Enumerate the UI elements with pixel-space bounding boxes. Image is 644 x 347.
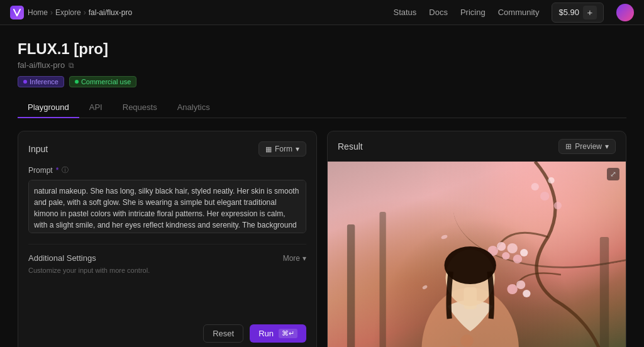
main-layout: Input ▦ Form ▾ Prompt * ⓘ Additional Set… [18,131,626,347]
nav-links: Status Docs Pricing Community [393,8,539,17]
form-button[interactable]: ▦ Form ▾ [258,141,306,157]
more-chevron-icon: ▾ [303,254,306,263]
svg-rect-18 [600,237,609,347]
breadcrumb: Home › Explore › fal-ai/flux-pro [28,8,132,17]
model-tags: Inference Commercial use [18,76,626,87]
result-panel-title: Result [338,141,363,151]
more-button-label: More [283,254,300,263]
breadcrumb-explore[interactable]: Explore [55,8,81,17]
form-icon: ▦ [265,145,272,153]
additional-settings: Additional Settings More ▾ Customize you… [28,244,306,274]
svg-point-0 [488,246,498,256]
topnav-left: Home › Explore › fal-ai/flux-pro [10,6,132,19]
svg-point-3 [507,243,517,253]
svg-point-10 [540,192,549,201]
prompt-label: Prompt * ⓘ [28,165,306,175]
tabs: Playground API Requests Analytics [18,97,626,118]
preview-button-label: Preview [575,142,602,151]
result-panel-header: Result ⊞ Preview ▾ [328,131,626,162]
tag-commercial-label: Commercial use [81,78,131,85]
nav-link-community[interactable]: Community [498,8,540,17]
prompt-textarea[interactable] [28,180,306,233]
result-image: ⤢ [328,162,626,347]
commercial-dot [75,80,79,84]
run-button[interactable]: Run ⌘↵ [250,324,306,343]
svg-point-2 [502,252,509,260]
preview-chevron-icon: ▾ [605,142,609,151]
svg-point-21 [446,250,495,306]
topnav: Home › Explore › fal-ai/flux-pro Status … [0,0,644,25]
nav-link-pricing[interactable]: Pricing [460,8,486,17]
additional-settings-title: Additional Settings [28,253,96,263]
action-row: Reset Run ⌘↵ [28,324,306,343]
inference-dot [23,80,27,84]
additional-settings-header: Additional Settings More ▾ [28,253,306,263]
tab-requests[interactable]: Requests [113,97,167,118]
balance-button[interactable]: $5.90 + [552,3,604,23]
expand-icon[interactable]: ⤢ [607,168,619,180]
nav-link-status[interactable]: Status [393,8,416,17]
preview-icon: ⊞ [565,142,572,151]
balance-amount: $5.90 [558,8,579,17]
tag-inference-label: Inference [30,78,58,85]
avatar[interactable] [616,4,634,21]
input-panel-header: Input ▦ Form ▾ [28,141,306,157]
nav-link-docs[interactable]: Docs [429,8,448,17]
model-title: FLUX.1 [pro] [18,40,626,58]
svg-point-22 [444,246,496,284]
run-button-label: Run [258,329,274,338]
tab-playground[interactable]: Playground [18,97,79,118]
breadcrumb-current: fal-ai/flux-pro [89,8,132,17]
topnav-right: Status Docs Pricing Community $5.90 + [393,3,634,23]
additional-settings-sub: Customize your input with more control. [28,267,306,274]
svg-point-12 [554,202,562,209]
result-panel: Result ⊞ Preview ▾ [327,131,626,347]
logo-icon[interactable] [10,6,24,19]
svg-point-5 [520,249,528,256]
tag-commercial: Commercial use [69,76,136,87]
svg-point-9 [531,183,539,190]
copy-icon[interactable]: ⧉ [69,61,74,70]
page-content: FLUX.1 [pro] fal-ai/flux-pro ⧉ Inference… [0,25,644,347]
breadcrumb-sep-1: › [50,8,53,17]
form-chevron-icon: ▾ [296,145,299,153]
breadcrumb-home[interactable]: Home [28,8,48,17]
svg-point-13 [441,234,448,240]
svg-point-7 [516,280,525,289]
svg-point-6 [507,284,517,294]
add-credits-button[interactable]: + [583,6,597,19]
svg-point-1 [497,242,506,251]
svg-rect-17 [379,212,386,347]
preview-button[interactable]: ⊞ Preview ▾ [558,139,616,154]
model-header: FLUX.1 [pro] fal-ai/flux-pro ⧉ Inference… [18,40,626,87]
svg-point-11 [548,177,554,184]
svg-point-4 [513,255,522,263]
prompt-section: Prompt * ⓘ [28,165,306,235]
breadcrumb-sep-2: › [84,8,86,17]
svg-point-24 [460,334,474,347]
svg-rect-20 [464,287,477,309]
svg-rect-16 [347,224,355,347]
svg-point-14 [467,273,473,277]
tab-analytics[interactable]: Analytics [167,97,220,118]
svg-point-19 [421,287,519,347]
branch-decoration [450,162,626,289]
tag-inference: Inference [18,76,64,87]
run-keyboard-shortcut: ⌘↵ [279,329,297,338]
input-panel-title: Input [28,144,48,154]
prompt-label-text: Prompt [28,166,53,175]
tab-api[interactable]: API [79,97,113,118]
form-button-label: Form [275,145,292,153]
info-icon[interactable]: ⓘ [62,165,69,175]
svg-point-8 [523,290,530,297]
input-panel: Input ▦ Form ▾ Prompt * ⓘ Additional Set… [18,131,317,347]
model-path-text: fal-ai/flux-pro [18,60,65,70]
svg-point-15 [422,285,428,290]
required-star: * [56,166,59,175]
more-button[interactable]: More ▾ [283,254,306,263]
model-path: fal-ai/flux-pro ⧉ [18,60,626,70]
reset-button[interactable]: Reset [203,324,243,343]
